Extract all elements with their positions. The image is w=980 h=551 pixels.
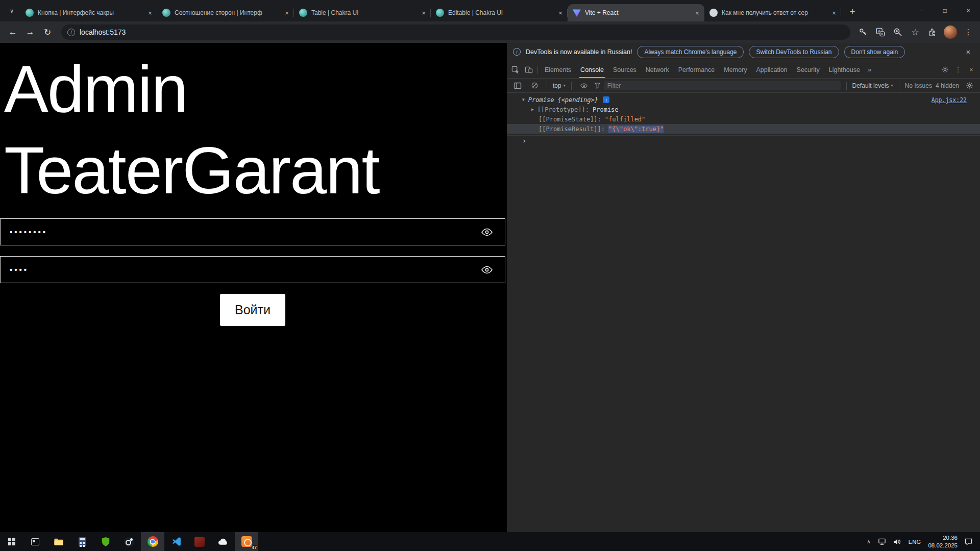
live-expression-eye-icon[interactable] [577,80,591,92]
devtools-tab-memory[interactable]: Memory [719,61,751,78]
password-input-1[interactable]: •••••••• [0,218,505,245]
site-info-icon[interactable]: i [67,29,75,36]
taskbar-orange-app[interactable]: 47 [235,532,258,551]
maximize-button[interactable]: □ [933,0,957,21]
browser-tab-5-active[interactable]: Vite + React × [568,4,704,21]
taskbar-vscode[interactable] [164,532,188,551]
divider [899,82,899,90]
tab-close-icon[interactable]: × [693,9,701,17]
expander-open-icon[interactable]: ▼ [522,97,525,102]
devtools-settings-gear-icon[interactable] [938,64,951,76]
address-bar[interactable]: i localhost:5173 [61,24,850,40]
notification-close-icon[interactable]: × [963,47,974,56]
keyboard-language[interactable]: ENG [905,532,925,551]
console-row-prototype[interactable]: ▶ [[Prototype]]: Promise [507,105,980,114]
console-settings-gear-icon[interactable] [963,80,976,92]
taskbar-chrome[interactable] [141,532,164,551]
log-levels-selector[interactable]: Default levels ▾ [852,82,893,89]
password-eye-toggle[interactable] [480,226,494,239]
internal-slot-key: [[PromiseState]] [538,116,598,123]
extensions-puzzle-icon[interactable] [925,24,940,40]
devtools-tab-performance[interactable]: Performance [674,61,720,78]
translate-icon[interactable]: A a [873,24,888,40]
context-selector[interactable]: top ▾ [553,82,566,89]
volume-icon[interactable] [890,532,905,551]
tab-close-icon[interactable]: × [830,9,838,17]
devtools-tab-lighthouse[interactable]: Lighthouse [824,61,865,78]
tab-close-icon[interactable]: × [146,9,154,17]
console-filter-input[interactable] [604,81,841,90]
reload-button[interactable]: ↻ [39,23,56,41]
taskbar-file-explorer[interactable] [47,532,70,551]
taskbar-cloud-app[interactable] [211,532,235,551]
zoom-icon[interactable] [890,24,905,40]
network-icon[interactable] [874,532,890,551]
console-prompt[interactable]: › [507,135,980,145]
passwords-key-icon[interactable] [855,24,871,40]
taskbar-clock[interactable]: 20:36 08.02.2025 [924,532,961,551]
action-center-icon[interactable] [961,532,976,551]
issues-counter[interactable]: No Issues [905,82,932,89]
password-input-2[interactable]: •••• [0,256,505,283]
devtools-tab-console[interactable]: Console [576,61,608,78]
devtools-tab-elements[interactable]: Elements [540,61,576,78]
source-location-link[interactable]: App.jsx:22 [932,96,967,104]
divider [537,66,538,74]
tab-close-icon[interactable]: × [556,9,565,17]
taskbar-green-app[interactable] [94,532,117,551]
password-eye-toggle[interactable] [480,263,494,277]
new-tab-button[interactable]: + [845,5,860,19]
console-row-promise-result[interactable]: [[PromiseResult]]: "{\"ok\":true}" [507,124,980,134]
inspect-element-icon[interactable] [509,64,522,76]
devtools-tab-network[interactable]: Network [641,61,674,78]
folder-icon [54,537,64,546]
devtools-close-icon[interactable]: × [965,64,978,76]
taskbar-app-window[interactable] [23,532,47,551]
taskbar-calculator[interactable] [70,532,94,551]
switch-russian-button[interactable]: Switch DevTools to Russian [749,46,839,58]
web-page: Admin TeaterGarant •••••••• •••• Войти [0,43,506,532]
browser-tab-4[interactable]: Editable | Chakra UI × [431,4,568,21]
hidden-messages-count[interactable]: 4 hidden [936,82,959,89]
tab-close-icon[interactable]: × [283,9,291,17]
console-log-area[interactable]: ▼ Promise {<pending>} i App.jsx:22 ▶ [[P… [507,93,980,532]
devtools-tab-application[interactable]: Application [751,61,792,78]
devtools-tab-sources[interactable]: Sources [608,61,641,78]
expander-closed-icon[interactable]: ▶ [531,107,534,112]
start-button[interactable] [0,532,23,551]
tab-search-button[interactable]: ∨ [4,3,19,18]
dont-show-again-button[interactable]: Don't show again [844,46,905,58]
devtools-menu-icon[interactable]: ⋮ [951,64,965,76]
console-log-entry-promise[interactable]: ▼ Promise {<pending>} i App.jsx:22 [507,95,980,105]
browser-menu-icon[interactable]: ⋮ [961,24,976,40]
browser-tab-strip: ∨ Кнопка | Интерфейс чакры × Соотношение… [0,0,980,21]
taskbar-maroon-app[interactable] [188,532,211,551]
devtools-tab-security[interactable]: Security [792,61,824,78]
more-tabs-icon[interactable]: » [865,66,874,73]
profile-avatar[interactable] [944,26,957,39]
devtools-controls: ⋮ × [938,64,978,76]
device-toolbar-icon[interactable] [522,64,535,76]
match-language-button[interactable]: Always match Chrome's language [637,46,744,58]
internal-slot-key: [[Prototype]] [537,106,585,113]
filter-area [594,81,841,90]
console-sidebar-icon[interactable] [511,80,524,92]
console-row-promise-state[interactable]: [[PromiseState]]: "fulfilled" [507,114,980,124]
window-close-button[interactable]: × [957,0,980,21]
browser-tab-6[interactable]: Как мне получить ответ от сер × [704,4,841,21]
tab-close-icon[interactable]: × [420,9,428,17]
internal-slot-value-string: "fulfilled" [605,116,645,123]
login-button[interactable]: Войти [220,294,285,326]
hidden-icons-chevron[interactable]: ∧ [863,532,874,551]
back-button[interactable]: ← [4,23,21,41]
devtools-panel: i DevTools is now available in Russian! … [506,43,980,532]
browser-tab-2[interactable]: Соотношение сторон | Интерф × [157,4,294,21]
taskbar-steam[interactable] [117,532,141,551]
forward-button[interactable]: → [21,23,39,41]
clear-console-icon[interactable] [528,80,541,92]
browser-tab-1[interactable]: Кнопка | Интерфейс чакры × [20,4,157,21]
bookmark-star-icon[interactable]: ☆ [908,24,923,40]
password-masked-value: •••• [1,265,29,274]
browser-tab-3[interactable]: Table | Chakra UI × [294,4,431,21]
minimize-button[interactable]: – [910,0,933,21]
